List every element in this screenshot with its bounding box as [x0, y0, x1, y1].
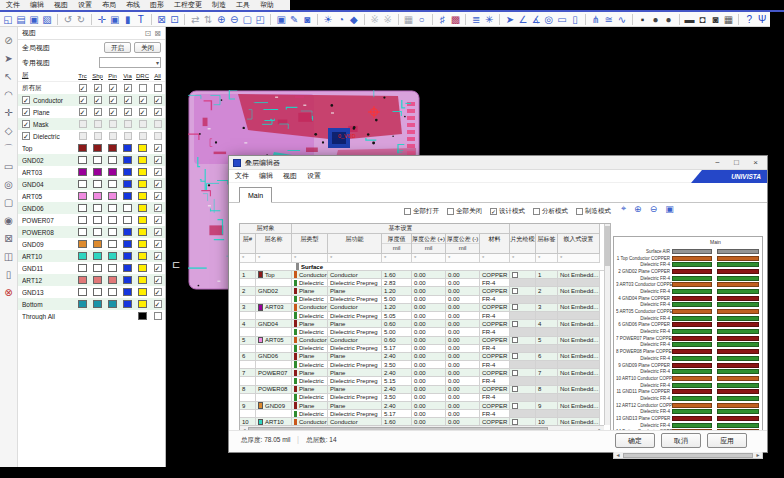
layer-color-swatch[interactable] — [138, 168, 147, 176]
mode-checkbox-box[interactable] — [404, 208, 411, 215]
mode-checkbox-2[interactable]: ✓设计模式 — [490, 207, 525, 216]
mode-checkbox-box[interactable]: ✓ — [490, 208, 497, 215]
arc-probe-icon[interactable]: ◠ — [4, 89, 13, 100]
layer-color-swatch[interactable] — [93, 156, 102, 164]
cell-layer-tag[interactable]: 2 — [536, 287, 558, 295]
cell-layer-type[interactable]: Plane — [292, 320, 328, 328]
layer-color-swatch[interactable] — [93, 252, 102, 260]
layer-color-swatch[interactable] — [93, 192, 102, 200]
stackup-row[interactable]: DielectricDielectric Prepreg3.500.000.00… — [240, 394, 610, 402]
cell-negative-mode[interactable] — [510, 337, 536, 345]
cell-embedded[interactable] — [558, 361, 600, 369]
cell-layer-name[interactable]: POWER07 — [256, 369, 292, 377]
layer-color-swatch[interactable] — [138, 300, 147, 308]
layer-color-swatch[interactable] — [138, 180, 147, 188]
cell-thickness[interactable]: 2.83 — [382, 279, 412, 287]
cell-layer-num[interactable]: 7 — [240, 369, 256, 377]
cell-tolerance-minus[interactable]: 0.00 — [446, 369, 480, 377]
cell-layer-name[interactable]: GND06 — [256, 353, 292, 361]
layer-color-swatch[interactable] — [138, 252, 147, 260]
stackup-row[interactable]: 6GND06PlanePlane2.400.000.00COPPER6Not E… — [240, 353, 610, 361]
cell-layer-tag[interactable] — [536, 394, 558, 402]
cell-layer-num[interactable]: 3 — [240, 304, 256, 312]
cell-tolerance-plus[interactable]: 0.00 — [412, 377, 446, 385]
layer-color-swatch[interactable] — [108, 300, 117, 308]
cell-layer-type[interactable]: Plane — [292, 369, 328, 377]
layer-color-swatch[interactable] — [78, 264, 87, 272]
layer-color-swatch[interactable] — [108, 180, 117, 188]
stackup-row[interactable]: 7POWER07PlanePlane2.400.000.00COPPER7Not… — [240, 369, 610, 377]
cell-tolerance-minus[interactable]: 0.00 — [446, 304, 480, 312]
cell-embedded[interactable] — [558, 410, 600, 418]
undo-icon[interactable]: ↺ — [63, 13, 73, 26]
highlight-icon[interactable]: ☀ — [323, 13, 333, 26]
layer-all-checkbox[interactable]: ✓ — [154, 276, 162, 284]
cell-layer-name[interactable] — [256, 328, 292, 336]
dialog-titlebar[interactable]: 叠层编辑器 − □ × — [229, 156, 767, 170]
menu-item-1[interactable]: 编辑 — [30, 0, 44, 10]
cbm-stop-icon[interactable]: ⊗ — [4, 287, 12, 298]
cell-tolerance-plus[interactable]: 0.00 — [412, 304, 446, 312]
cell-layer-name[interactable]: GND02 — [256, 287, 292, 295]
cell-layer-function[interactable]: Dielectric Prepreg — [328, 361, 382, 369]
cell-layer-num[interactable]: 2 — [240, 287, 256, 295]
cell-layer-num[interactable] — [240, 410, 256, 418]
cell-negative-mode[interactable] — [510, 304, 536, 312]
cell-layer-function[interactable]: Conductor — [328, 271, 382, 279]
cell-material[interactable]: COPPER — [480, 402, 510, 410]
cell-thickness[interactable]: 5.17 — [382, 345, 412, 353]
cell-thickness[interactable]: 5.17 — [382, 410, 412, 418]
cell-tolerance-minus[interactable]: 0.00 — [446, 337, 480, 345]
cell-layer-tag[interactable] — [536, 410, 558, 418]
cell-negative-mode[interactable] — [510, 328, 536, 336]
pick-icon[interactable]: ↖ — [4, 71, 12, 82]
cell-tolerance-plus[interactable]: 0.00 — [412, 337, 446, 345]
stackup-row[interactable]: 3ART03ConductorConductor1.200.000.00COPP… — [240, 304, 610, 312]
mode-checkbox-box[interactable] — [533, 208, 540, 215]
stackup-row[interactable]: 4GND04PlanePlane0.600.000.00COPPER4Not E… — [240, 320, 610, 328]
layer-all-checkbox[interactable]: ✓ — [154, 180, 162, 188]
cell-negative-mode[interactable] — [510, 361, 536, 369]
layer-color-swatch[interactable] — [108, 204, 117, 212]
apply-button[interactable]: 应用 — [707, 433, 747, 448]
run-probe-icon[interactable]: ➤ — [4, 53, 12, 64]
comp-box-icon[interactable]: ◘ — [697, 13, 707, 26]
layer-color-swatch[interactable] — [108, 240, 117, 248]
layer-color-swatch[interactable] — [108, 276, 117, 284]
cell-layer-name[interactable] — [256, 361, 292, 369]
layer-option-checkbox[interactable]: ✓ — [154, 96, 162, 104]
history-icon[interactable]: ◔ — [336, 13, 346, 26]
cell-tolerance-minus[interactable]: 0.00 — [446, 353, 480, 361]
stackup-row[interactable]: 8POWER08PlanePlane2.400.000.00COPPER8Not… — [240, 386, 610, 394]
cell-layer-tag[interactable] — [536, 296, 558, 304]
layer-color-swatch[interactable] — [123, 156, 132, 164]
cell-material[interactable]: COPPER — [480, 271, 510, 279]
layer-color-swatch[interactable] — [108, 192, 117, 200]
dialog-menu-0[interactable]: 文件 — [235, 171, 249, 181]
cell-layer-function[interactable]: Plane — [328, 369, 382, 377]
cell-layer-type[interactable]: Dielectric — [292, 328, 328, 336]
cell-embedded[interactable]: Not Embedd... — [558, 353, 600, 361]
panel-options-icon[interactable]: ⊡ — [145, 29, 152, 38]
layer-color-swatch[interactable] — [93, 144, 102, 152]
layer-color-swatch[interactable] — [93, 168, 102, 176]
layer-color-swatch[interactable] — [138, 144, 147, 152]
cell-layer-function[interactable]: Plane — [328, 353, 382, 361]
layer-color-swatch[interactable] — [108, 288, 117, 296]
layer-color-swatch[interactable] — [138, 264, 147, 272]
angle2-check-icon[interactable]: ∡ — [531, 13, 541, 26]
cell-tolerance-minus[interactable]: 0.00 — [446, 328, 480, 336]
cell-layer-type[interactable]: Dielectric — [292, 345, 328, 353]
mode-checkbox-box[interactable] — [576, 208, 583, 215]
cell-material[interactable]: COPPER — [480, 337, 510, 345]
chip-icon[interactable]: ▪ — [638, 13, 648, 26]
layer-color-swatch[interactable] — [138, 240, 147, 248]
layer-color-swatch[interactable] — [123, 264, 132, 272]
palette-icon[interactable]: ▩ — [450, 13, 460, 26]
layer-option-checkbox[interactable]: ✓ — [94, 96, 102, 104]
cell-layer-num[interactable] — [240, 279, 256, 287]
cell-layer-tag[interactable] — [536, 328, 558, 336]
cell-layer-type[interactable]: Plane — [292, 287, 328, 295]
comp-box2-icon[interactable]: ◙ — [710, 13, 720, 26]
cell-layer-tag[interactable] — [536, 312, 558, 320]
